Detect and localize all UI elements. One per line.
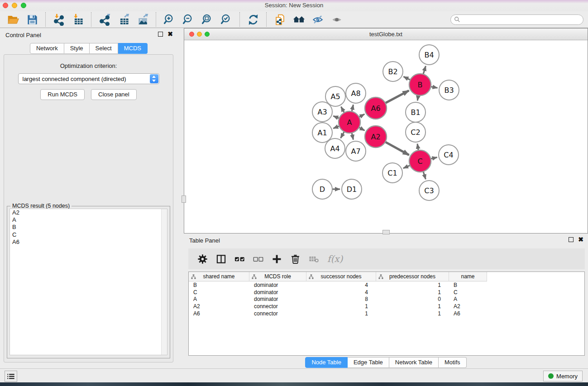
column-header-name[interactable]: name (449, 272, 487, 281)
table-row[interactable]: A6connector11A6 (189, 310, 584, 317)
open-folder-icon[interactable] (6, 13, 20, 26)
home-icon[interactable] (292, 13, 306, 26)
vertical-split-grip[interactable] (182, 195, 186, 203)
table-cell[interactable]: 1 (306, 310, 376, 317)
table-cell[interactable]: 4 (306, 289, 376, 295)
tab-node-table[interactable]: Node Table (305, 357, 348, 368)
mcds-result-item[interactable]: A2 (10, 209, 167, 216)
save-icon[interactable] (25, 13, 39, 26)
table-cell[interactable]: B (449, 282, 487, 288)
import-network-icon[interactable] (52, 13, 66, 26)
table-cell[interactable]: A2 (449, 303, 487, 310)
graph-node-B2[interactable]: B2 (383, 62, 403, 81)
graph-node-A1[interactable]: A1 (312, 123, 332, 143)
list-scrollbar[interactable] (161, 209, 167, 355)
mcds-result-item[interactable]: A (10, 216, 167, 224)
criterion-dropdown[interactable]: largest connected component (directed) (18, 73, 159, 84)
select-all-checkboxes-icon[interactable] (233, 252, 246, 266)
table-cell[interactable]: C (189, 289, 249, 295)
tab-network-table[interactable]: Network Table (389, 357, 439, 368)
table-cell[interactable]: B (189, 282, 249, 288)
mcds-result-item[interactable]: C (10, 231, 167, 238)
zoom-selected-icon[interactable] (220, 13, 233, 26)
table-cell[interactable]: dominator (249, 282, 306, 288)
show-eye-icon[interactable] (330, 13, 344, 26)
table-cell[interactable]: 4 (306, 282, 376, 288)
graph-node-B1[interactable]: B1 (406, 102, 425, 122)
table-cell[interactable]: 8 (306, 296, 376, 302)
float-table-panel-icon[interactable] (569, 237, 574, 242)
table-cell[interactable]: A2 (189, 303, 249, 310)
table-row[interactable]: Adominator80A (189, 296, 584, 303)
zoom-out-icon[interactable] (182, 13, 195, 26)
close-panel-button[interactable]: Close panel (91, 89, 137, 100)
search-input[interactable] (450, 14, 583, 25)
memory-button[interactable]: Memory (543, 371, 583, 381)
graph-node-C1[interactable]: C1 (382, 163, 402, 183)
table-cell[interactable]: A6 (449, 310, 487, 317)
table-cell[interactable]: 1 (306, 303, 376, 310)
graph-node-B3[interactable]: B3 (439, 80, 459, 100)
column-header-predecessor-nodes[interactable]: predecessor nodes (376, 272, 449, 281)
zoom-fit-icon[interactable] (201, 13, 214, 26)
table-cell[interactable]: connector (249, 303, 306, 310)
edge-A6-B[interactable] (384, 91, 409, 104)
graph-node-A4[interactable]: A4 (325, 138, 345, 158)
table-row[interactable]: Bdominator41B (189, 281, 584, 289)
delete-table-icon[interactable] (307, 252, 320, 266)
column-header-shared-name[interactable]: shared name (189, 272, 249, 281)
mcds-result-item[interactable]: B (10, 224, 167, 231)
network-canvas[interactable]: B4B2BB3A5A8A6A3B1AA1C2A2A4A7C4CC1C3DD1 (184, 40, 588, 233)
export-image-icon[interactable] (136, 13, 149, 26)
graph-node-C2[interactable]: C2 (406, 122, 425, 142)
graph-node-A5[interactable]: A5 (325, 86, 345, 106)
export-network-icon[interactable] (98, 13, 111, 26)
graph-node-A7[interactable]: A7 (346, 141, 366, 161)
mcds-result-item[interactable]: A6 (10, 238, 167, 246)
table-cell[interactable]: A (449, 296, 487, 302)
close-panel-icon[interactable]: ✖ (167, 32, 173, 37)
column-header-successor-nodes[interactable]: successor nodes (306, 272, 376, 281)
table-cell[interactable]: 1 (376, 289, 449, 295)
graph-node-A2[interactable]: A2 (365, 126, 387, 148)
import-table-icon[interactable] (71, 13, 85, 26)
zoom-in-icon[interactable] (163, 13, 176, 26)
table-cell[interactable]: dominator (249, 296, 306, 302)
table-cell[interactable]: C (449, 289, 487, 295)
table-row[interactable]: A2connector11A2 (189, 303, 584, 310)
table-cell[interactable]: connector (249, 310, 306, 317)
export-table-icon[interactable] (117, 13, 130, 26)
function-builder-icon[interactable]: f(x) (325, 253, 343, 264)
table-cell[interactable]: A (189, 296, 249, 302)
gear-icon[interactable] (196, 252, 209, 266)
task-history-button[interactable] (5, 371, 17, 382)
table-cell[interactable]: A6 (189, 310, 249, 317)
table-cell[interactable]: dominator (249, 289, 306, 295)
tab-edge-table[interactable]: Edge Table (348, 357, 389, 368)
split-columns-icon[interactable] (214, 252, 228, 266)
graph-node-D1[interactable]: D1 (342, 179, 362, 199)
refresh-icon[interactable] (246, 13, 260, 26)
graph-node-C4[interactable]: C4 (439, 145, 459, 165)
horizontal-split-grip[interactable] (382, 230, 390, 234)
graph-node-A[interactable]: A (339, 111, 360, 133)
tab-mcds[interactable]: MCDS (118, 43, 148, 54)
graph-node-A6[interactable]: A6 (365, 97, 387, 119)
tab-select[interactable]: Select (90, 43, 118, 54)
graph-node-B4[interactable]: B4 (419, 45, 439, 65)
table-cell[interactable]: 0 (376, 296, 449, 302)
add-icon[interactable] (270, 252, 283, 266)
table-cell[interactable]: 1 (376, 310, 449, 317)
close-table-panel-icon[interactable]: ✖ (578, 237, 583, 242)
table-cell[interactable]: 1 (376, 282, 449, 288)
graph-node-A3[interactable]: A3 (312, 102, 332, 122)
table-cell[interactable]: 1 (376, 303, 449, 310)
table-row[interactable]: Cdominator41C (189, 289, 584, 296)
tab-network[interactable]: Network (30, 43, 64, 54)
graph-node-A8[interactable]: A8 (346, 83, 366, 103)
run-mcds-button[interactable]: Run MCDS (40, 89, 85, 100)
hide-eye-icon[interactable] (311, 13, 325, 26)
edge-A2-C[interactable] (384, 142, 409, 155)
graph-node-C3[interactable]: C3 (419, 181, 439, 200)
graph-node-B[interactable]: B (409, 74, 431, 95)
